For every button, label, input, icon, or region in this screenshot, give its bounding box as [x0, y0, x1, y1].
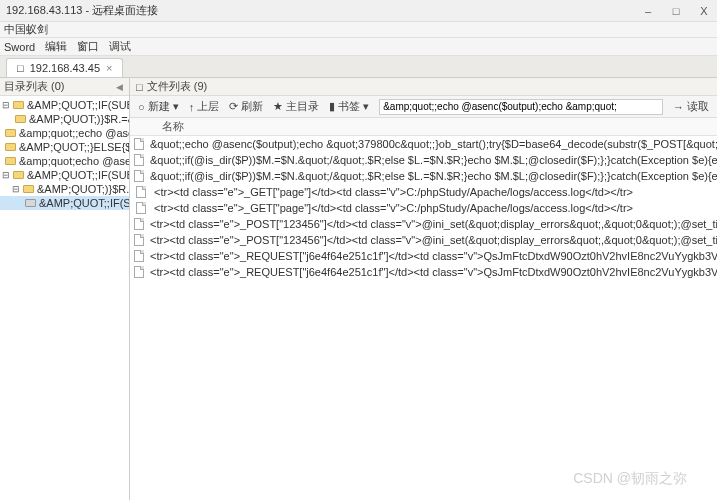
file-name: <tr><td class="e">_POST["123456"]</td><t…	[150, 234, 717, 246]
content-title: 文件列表 (9)	[147, 79, 208, 94]
file-icon	[134, 233, 144, 247]
column-name[interactable]: 名称	[158, 119, 717, 134]
expand-icon[interactable]: ⊟	[2, 170, 10, 180]
file-icon	[134, 153, 144, 167]
tree-item-label: &amp;quot;;echo @asenc($output)	[19, 127, 129, 139]
sidebar-title: 目录列表 (0)	[4, 79, 65, 94]
expand-icon[interactable]: ⊟	[12, 184, 20, 194]
file-name: &quot;;if(@is_dir($P))$M.=$N.&quot;/&quo…	[150, 154, 717, 166]
home-button[interactable]: ★ 主目录	[273, 99, 319, 114]
file-icon	[134, 217, 144, 231]
file-row[interactable]: &quot;;if(@is_dir($P))$M.=$N.&quot;/&quo…	[130, 168, 717, 184]
refresh-button[interactable]: ⟳ 刷新	[229, 99, 263, 114]
menu-bar: Sword 编辑 窗口 调试	[0, 38, 717, 56]
menu-window[interactable]: 窗口	[77, 39, 99, 54]
file-name: <tr><td class="e">_REQUEST["j6e4f64e251c…	[150, 250, 717, 262]
file-row[interactable]: <tr><td class="e">_GET["page"]</td><td c…	[130, 200, 717, 216]
file-icon	[134, 249, 144, 263]
window-titlebar: 192.168.43.113 - 远程桌面连接 – □ X	[0, 0, 717, 22]
tree-item-label: &AMP;QUOT;)}$R.=&AMP;QUOT;	[29, 113, 129, 125]
directory-tree: ⊟&AMP;QUOT;;IF(SUBSTR($D,0,1)!&AMP;QUOT;…	[0, 96, 129, 500]
file-icon	[134, 137, 144, 151]
column-header: 名称	[130, 118, 717, 136]
file-row[interactable]: <tr><td class="e">_POST["123456"]</td><t…	[130, 232, 717, 248]
tree-item-label: &AMP;QUOT;;IF(SUBSTR($D,0,1)!	[27, 99, 129, 111]
chevron-down-icon: ▾	[173, 100, 179, 113]
maximize-button[interactable]: □	[669, 5, 683, 17]
file-row[interactable]: <tr><td class="e">_POST["123456"]</td><t…	[130, 216, 717, 232]
file-name: <tr><td class="e">_REQUEST["j6e4f64e251c…	[150, 266, 717, 278]
bookmark-icon: ▮	[329, 100, 335, 113]
chevron-down-icon: ▾	[363, 100, 369, 113]
tree-item-label: &AMP;QUOT;;IF(SUBSTR($D,0,1	[27, 169, 129, 181]
content-header: □ 文件列表 (9)	[130, 78, 717, 96]
up-button[interactable]: ↑ 上层	[189, 99, 220, 114]
minimize-button[interactable]: –	[641, 5, 655, 17]
tree-item[interactable]: ⊟&AMP;QUOT;;IF(SUBSTR($D,0,1	[0, 168, 129, 182]
tree-item[interactable]: &AMP;QUOT;;IF(SUBS	[0, 196, 129, 210]
file-row[interactable]: <tr><td class="e">_GET["page"]</td><td c…	[130, 184, 717, 200]
main-split: 目录列表 (0) ◀ ⊟&AMP;QUOT;;IF(SUBSTR($D,0,1)…	[0, 78, 717, 500]
file-row[interactable]: &quot;;echo @asenc($output);echo &quot;3…	[130, 136, 717, 152]
folder-icon	[13, 169, 24, 181]
menu-debug[interactable]: 调试	[109, 39, 131, 54]
arrow-up-icon: ↑	[189, 101, 195, 113]
tab-bar: □ 192.168.43.45 ×	[0, 56, 717, 78]
file-name: <tr><td class="e">_GET["page"]</td><td c…	[154, 202, 633, 214]
folder-icon	[13, 99, 24, 111]
refresh-icon: ⟳	[229, 100, 238, 113]
arrow-right-icon: →	[673, 101, 684, 113]
tree-item[interactable]: &AMP;QUOT;)}$R.=&AMP;QUOT;	[0, 112, 129, 126]
read-button[interactable]: → 读取	[673, 99, 709, 114]
app-header: 中国蚁剑	[0, 22, 717, 38]
tree-item-label: &amp;quot;echo @asenc($outp	[19, 155, 129, 167]
expand-icon[interactable]: ⊟	[2, 100, 10, 110]
folder-icon	[5, 127, 16, 139]
folder-icon	[15, 113, 26, 125]
tree-item[interactable]: &amp;quot;;echo @asenc($output)	[0, 126, 129, 140]
folder-icon	[5, 155, 16, 167]
app-name: 中国蚁剑	[4, 22, 48, 37]
menu-sword[interactable]: Sword	[4, 41, 35, 53]
tree-item[interactable]: ⊟&AMP;QUOT;;IF(SUBSTR($D,0,1)!	[0, 98, 129, 112]
folder-icon	[5, 141, 16, 153]
window-title: 192.168.43.113 - 远程桌面连接	[6, 3, 158, 18]
file-icon	[134, 169, 144, 183]
file-row[interactable]: &quot;;if(@is_dir($P))$M.=$N.&quot;/&quo…	[130, 152, 717, 168]
star-icon: ★	[273, 100, 283, 113]
file-toolbar: ○ 新建 ▾ ↑ 上层 ⟳ 刷新 ★ 主目录 ▮ 书签 ▾	[130, 96, 717, 118]
folder-icon	[23, 183, 34, 195]
tab-label: 192.168.43.45	[30, 62, 100, 74]
tree-item[interactable]: &AMP;QUOT;;}ELSE{$R.=&AMP;QUOT	[0, 140, 129, 154]
sidebar: 目录列表 (0) ◀ ⊟&AMP;QUOT;;IF(SUBSTR($D,0,1)…	[0, 78, 130, 500]
file-name: <tr><td class="e">_GET["page"]</td><td c…	[154, 186, 633, 198]
path-input[interactable]	[379, 99, 663, 115]
file-icon	[134, 185, 148, 199]
file-row[interactable]: <tr><td class="e">_REQUEST["j6e4f64e251c…	[130, 248, 717, 264]
close-button[interactable]: X	[697, 5, 711, 17]
file-name: &quot;;if(@is_dir($P))$M.=$N.&quot;/&quo…	[150, 170, 717, 182]
file-row[interactable]: <tr><td class="e">_REQUEST["j6e4f64e251c…	[130, 264, 717, 280]
sidebar-header: 目录列表 (0) ◀	[0, 78, 129, 96]
tab-host[interactable]: □ 192.168.43.45 ×	[6, 58, 123, 77]
tab-close-icon[interactable]: ×	[106, 62, 112, 74]
drive-icon	[25, 197, 36, 209]
tree-item-label: &AMP;QUOT;)}$R.=&AMP	[37, 183, 129, 195]
sidebar-collapse-icon[interactable]: ◀	[116, 82, 125, 92]
file-icon	[134, 201, 148, 215]
tree-item[interactable]: &amp;quot;echo @asenc($outp	[0, 154, 129, 168]
content-pane: □ 文件列表 (9) ○ 新建 ▾ ↑ 上层 ⟳ 刷新 ★ 主目录 ▮	[130, 78, 717, 500]
file-name: <tr><td class="e">_POST["123456"]</td><t…	[150, 218, 717, 230]
new-button[interactable]: ○ 新建 ▾	[138, 99, 179, 114]
file-list: &quot;;echo @asenc($output);echo &quot;3…	[130, 136, 717, 500]
tab-icon: □	[17, 62, 24, 74]
window-controls: – □ X	[641, 5, 711, 17]
tree-item-label: &AMP;QUOT;;IF(SUBS	[39, 197, 129, 209]
file-icon	[134, 265, 144, 279]
file-name: &quot;;echo @asenc($output);echo &quot;3…	[150, 138, 717, 150]
tree-item-label: &AMP;QUOT;;}ELSE{$R.=&AMP;QUOT	[19, 141, 129, 153]
new-icon: ○	[138, 101, 145, 113]
tree-item[interactable]: ⊟&AMP;QUOT;)}$R.=&AMP	[0, 182, 129, 196]
bookmark-button[interactable]: ▮ 书签 ▾	[329, 99, 369, 114]
menu-edit[interactable]: 编辑	[45, 39, 67, 54]
